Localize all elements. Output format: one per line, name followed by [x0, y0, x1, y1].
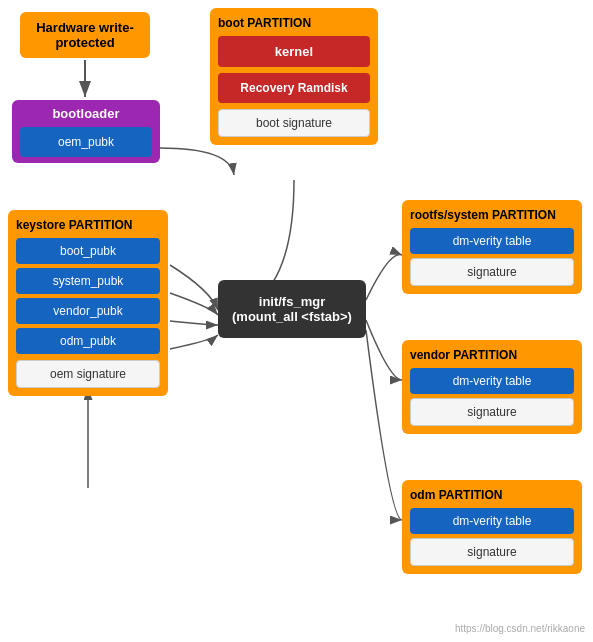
vendor-pubk-label: vendor_pubk	[53, 304, 122, 318]
diagram: Hardware write-protected bootloader oem_…	[0, 0, 593, 642]
recovery-label: Recovery Ramdisk	[240, 81, 347, 95]
rootfs-dm-verity-box: dm-verity table	[410, 228, 574, 254]
odm-pubk-label: odm_pubk	[60, 334, 116, 348]
init-box: init/fs_mgr(mount_all <fstab>)	[218, 280, 366, 338]
odm-partition: odm PARTITION dm-verity table signature	[402, 480, 582, 574]
vendor-pubk-item: vendor_pubk	[16, 298, 160, 324]
vendor-dm-verity-box: dm-verity table	[410, 368, 574, 394]
system-pubk-label: system_pubk	[53, 274, 124, 288]
boot-signature-label: boot signature	[256, 116, 332, 130]
bootloader-box: bootloader oem_pubk	[12, 100, 160, 163]
watermark-text: https://blog.csdn.net/rikkaone	[455, 623, 585, 634]
odm-signature-box: signature	[410, 538, 574, 566]
bootloader-label: bootloader	[20, 106, 152, 121]
keystore-title: keystore PARTITION	[16, 218, 160, 232]
hardware-box: Hardware write-protected	[20, 12, 150, 58]
kernel-box: kernel	[218, 36, 370, 67]
oem-signature-box: oem signature	[16, 360, 160, 388]
boot-partition-title: boot PARTITION	[218, 16, 370, 30]
rootfs-dm-verity-label: dm-verity table	[453, 234, 532, 248]
vendor-title: vendor PARTITION	[410, 348, 574, 362]
odm-signature-label: signature	[467, 545, 516, 559]
rootfs-title: rootfs/system PARTITION	[410, 208, 574, 222]
oem-pubk-box: oem_pubk	[20, 127, 152, 157]
vendor-signature-label: signature	[467, 405, 516, 419]
rootfs-signature-box: signature	[410, 258, 574, 286]
odm-pubk-item: odm_pubk	[16, 328, 160, 354]
vendor-signature-box: signature	[410, 398, 574, 426]
boot-signature-box: boot signature	[218, 109, 370, 137]
oem-signature-label: oem signature	[50, 367, 126, 381]
watermark: https://blog.csdn.net/rikkaone	[455, 623, 585, 634]
keystore-partition: keystore PARTITION boot_pubk system_pubk…	[8, 210, 168, 396]
system-pubk-item: system_pubk	[16, 268, 160, 294]
vendor-dm-verity-label: dm-verity table	[453, 374, 532, 388]
boot-pubk-label: boot_pubk	[60, 244, 116, 258]
kernel-label: kernel	[275, 44, 313, 59]
boot-pubk-item: boot_pubk	[16, 238, 160, 264]
hardware-label: Hardware write-protected	[36, 20, 134, 50]
vendor-partition: vendor PARTITION dm-verity table signatu…	[402, 340, 582, 434]
boot-partition: boot PARTITION kernel Recovery Ramdisk b…	[210, 8, 378, 145]
odm-dm-verity-box: dm-verity table	[410, 508, 574, 534]
odm-title: odm PARTITION	[410, 488, 574, 502]
recovery-box: Recovery Ramdisk	[218, 73, 370, 103]
odm-dm-verity-label: dm-verity table	[453, 514, 532, 528]
oem-pubk-label: oem_pubk	[58, 135, 114, 149]
init-label: init/fs_mgr(mount_all <fstab>)	[232, 294, 352, 324]
rootfs-signature-label: signature	[467, 265, 516, 279]
rootfs-partition: rootfs/system PARTITION dm-verity table …	[402, 200, 582, 294]
